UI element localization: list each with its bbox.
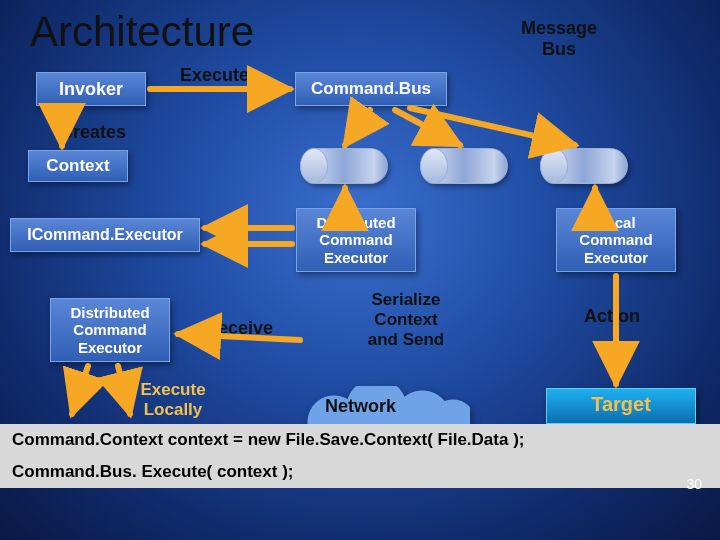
network-label: Network xyxy=(325,396,396,417)
command-bus-box: Command.Bus xyxy=(295,72,447,106)
page-number: 30 xyxy=(686,476,702,492)
code-band: Command.Context context = new File.Save.… xyxy=(0,424,720,488)
arrow-bus-to-q3 xyxy=(410,108,575,145)
execute-locally-label: Execute Locally xyxy=(128,380,218,420)
target-box: Target xyxy=(546,388,696,424)
action-label: Action xyxy=(584,306,640,327)
creates-label: Creates xyxy=(60,122,126,143)
arrow-exec-locally-1 xyxy=(72,366,88,414)
local-cmd-executor-box: Local Command Executor xyxy=(556,208,676,272)
code-line-2: Command.Bus. Execute( context ); xyxy=(12,462,708,482)
arrow-bus-to-q2 xyxy=(395,110,460,145)
queue-cylinder-1 xyxy=(300,148,388,184)
context-box: Context xyxy=(28,150,128,182)
distributed-cmd-executor-box: Distributed Command Executor xyxy=(296,208,416,272)
queue-cylinder-3 xyxy=(540,148,628,184)
serialize-label: Serialize Context and Send xyxy=(346,290,466,350)
icommand-executor-box: ICommand.Executor xyxy=(10,218,200,252)
message-bus-label: Message Bus xyxy=(494,18,624,59)
code-line-1: Command.Context context = new File.Save.… xyxy=(12,430,708,450)
distributed-cmd-executor2-box: Distributed Command Executor xyxy=(50,298,170,362)
invoker-box: Invoker xyxy=(36,72,146,106)
arrow-bus-to-q1 xyxy=(345,110,370,145)
execute-label: Execute xyxy=(180,65,249,86)
slide-title: Architecture xyxy=(30,8,254,56)
receive-label: Receive xyxy=(205,318,273,339)
queue-cylinder-2 xyxy=(420,148,508,184)
